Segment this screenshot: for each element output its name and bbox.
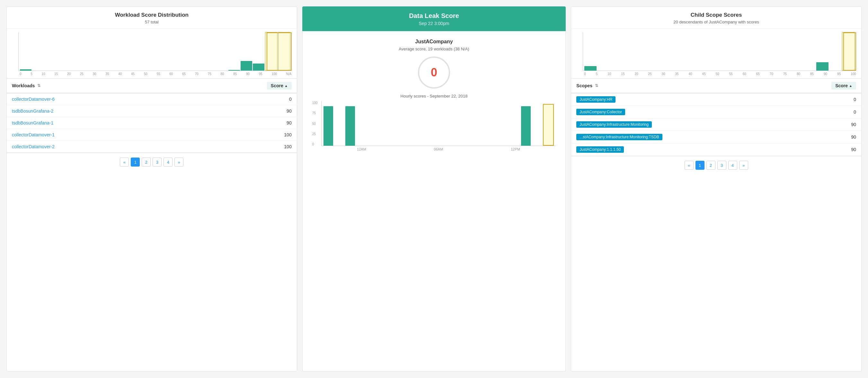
company-name: JustACompany — [415, 39, 453, 45]
scope-pill-wrapper[interactable]: JustACompany:1.1.1.50 — [576, 146, 624, 153]
child-scope-scores-panel: Child Scope Scores 20 descendants of Jus… — [571, 6, 862, 372]
scope-score: 90 — [851, 134, 856, 140]
right-dist-chart[interactable] — [583, 32, 856, 71]
right-page-button-1[interactable]: 1 — [695, 161, 705, 170]
left-dist-chart[interactable] — [18, 32, 292, 71]
dist-bar[interactable] — [20, 69, 31, 71]
next-page-button[interactable]: » — [175, 158, 183, 167]
left-panel-subtitle: 57 total — [13, 20, 290, 24]
score-circle: 0 — [418, 57, 450, 89]
data-leak-title: Data Leak Score — [309, 12, 560, 20]
table-row[interactable]: tsdbBosunGrafana-1 90 — [7, 117, 297, 129]
hourly-chart-wrapper: 100 75 50 25 0 12AM06AM12PM — [309, 101, 559, 151]
workload-score: 90 — [286, 108, 292, 113]
workload-score: 100 — [284, 132, 291, 137]
workloads-table-header: Workloads ⇅ Score ▲ — [7, 78, 297, 93]
score-col-header[interactable]: Score ▲ — [267, 82, 292, 90]
hourly-bar-chart[interactable] — [321, 101, 556, 146]
workload-score: 100 — [284, 144, 291, 149]
scope-score: 0 — [854, 97, 856, 102]
dist-bar[interactable] — [228, 70, 240, 71]
hourly-bar[interactable] — [521, 106, 531, 146]
scope-table-row[interactable]: JustACompany:Collector 0 — [571, 106, 861, 118]
scope-table-row[interactable]: JustACompany:HR 0 — [571, 93, 861, 106]
middle-panel-header: Data Leak Score Sep 22 3:00pm — [302, 6, 566, 31]
right-dist-bar[interactable] — [584, 66, 596, 71]
hourly-bar[interactable] — [323, 106, 333, 146]
workload-name[interactable]: tsdbBosunGrafana-1 — [12, 120, 53, 126]
hourly-bar[interactable] — [345, 106, 355, 146]
dist-bar[interactable] — [278, 32, 290, 71]
table-row[interactable]: tsdbBosunGrafana-2 90 — [7, 105, 297, 117]
table-row[interactable]: collectorDatamover-2 100 — [7, 141, 297, 153]
score-sort-icon: ▲ — [285, 84, 288, 88]
workload-name[interactable]: collectorDatamover-6 — [12, 97, 55, 102]
left-dist-chart-area: 0510152025303540455055606570758085909510… — [7, 29, 297, 76]
right-prev-page-button[interactable]: « — [685, 161, 693, 170]
scopes-sort-icon[interactable]: ⇅ — [595, 83, 598, 88]
right-panel-title: Child Scope Scores — [578, 12, 855, 18]
table-row[interactable]: collectorDatamover-1 100 — [7, 129, 297, 141]
score-value: 0 — [431, 66, 437, 79]
workloads-col-header[interactable]: Workloads ⇅ — [12, 83, 40, 88]
right-next-page-button[interactable]: » — [739, 161, 748, 170]
workload-score: 90 — [286, 120, 292, 126]
table-row[interactable]: collectorDatamover-6 0 — [7, 93, 297, 105]
workload-score: 0 — [289, 97, 292, 102]
scope-pill-wrapper[interactable]: ...stACompany:Infrastructure:Monitoring:… — [576, 134, 662, 140]
left-panel-header: Workload Score Distribution 57 total — [7, 7, 297, 29]
page-button-1[interactable]: 1 — [131, 158, 140, 167]
scope-score: 0 — [854, 109, 856, 114]
right-page-button-2[interactable]: 2 — [706, 161, 715, 170]
scope-pill[interactable]: JustACompany:1.1.1.50 — [576, 146, 624, 153]
left-dist-x-labels: 0510152025303540455055606570758085909510… — [18, 72, 292, 76]
page-button-2[interactable]: 2 — [142, 158, 151, 167]
hourly-y-labels: 100 75 50 25 0 — [312, 101, 318, 146]
hourly-x-labels: 12AM06AM12PM — [321, 147, 556, 151]
scope-pill-wrapper[interactable]: JustACompany:Collector — [576, 109, 625, 115]
scope-table-row[interactable]: JustACompany:1.1.1.50 90 — [571, 143, 861, 156]
hourly-title: Hourly scores - September 22, 2018 — [401, 94, 468, 99]
workload-name[interactable]: collectorDatamover-2 — [12, 144, 55, 149]
dist-bar[interactable] — [241, 61, 252, 71]
scope-pill[interactable]: JustACompany:HR — [576, 96, 616, 103]
right-dist-chart-area: 0510152025303540455055606570758085909510… — [571, 29, 861, 76]
hourly-bar[interactable] — [543, 104, 554, 146]
left-panel-title: Workload Score Distribution — [13, 12, 290, 18]
scope-pill-wrapper[interactable]: JustACompany:HR — [576, 96, 616, 103]
scope-pill-wrapper[interactable]: JustACompany:Infrastructure:Monitoring — [576, 121, 652, 128]
right-score-col-header[interactable]: Score ▲ — [831, 82, 856, 90]
workloads-sort-icon[interactable]: ⇅ — [37, 83, 40, 88]
right-page-button-4[interactable]: 4 — [728, 161, 737, 170]
prev-page-button[interactable]: « — [120, 158, 129, 167]
right-dist-bar[interactable] — [842, 32, 855, 71]
right-dist-x-labels: 0510152025303540455055606570758085909510… — [583, 72, 856, 76]
scope-pill[interactable]: JustACompany:Collector — [576, 109, 625, 115]
right-pagination: «1234» — [571, 156, 861, 174]
left-pagination: «1234» — [7, 153, 297, 171]
scopes-table: Scopes ⇅ Score ▲ JustACompany:HR 0 JustA… — [571, 78, 861, 156]
right-page-button-3[interactable]: 3 — [717, 161, 726, 170]
page-button-4[interactable]: 4 — [163, 158, 173, 167]
workload-name[interactable]: tsdbBosunGrafana-2 — [12, 108, 53, 113]
workload-name[interactable]: collectorDatamover-1 — [12, 132, 55, 137]
scopes-col-header[interactable]: Scopes ⇅ — [576, 83, 598, 88]
scope-table-row[interactable]: ...stACompany:Infrastructure:Monitoring:… — [571, 131, 861, 143]
workload-distribution-panel: Workload Score Distribution 57 total 051… — [6, 6, 297, 372]
data-leak-score-panel: Data Leak Score Sep 22 3:00pm JustACompa… — [302, 6, 566, 372]
scope-pill[interactable]: JustACompany:Infrastructure:Monitoring — [576, 121, 652, 128]
scopes-table-body: JustACompany:HR 0 JustACompany:Collector… — [571, 93, 861, 156]
workloads-table-body: collectorDatamover-6 0 tsdbBosunGrafana-… — [7, 93, 297, 153]
company-desc: Average score, 19 workloads (38 N/A) — [399, 46, 469, 51]
dist-bar[interactable] — [265, 32, 277, 71]
right-score-sort-icon: ▲ — [849, 84, 852, 88]
scope-score: 90 — [851, 147, 856, 152]
scope-pill[interactable]: ...stACompany:Infrastructure:Monitoring:… — [576, 134, 662, 140]
data-leak-subtitle: Sep 22 3:00pm — [309, 21, 560, 26]
page-button-3[interactable]: 3 — [153, 158, 162, 167]
scope-score: 90 — [851, 122, 856, 127]
right-panel-subtitle: 20 descendants of JustACompany with scor… — [578, 20, 855, 24]
scope-table-row[interactable]: JustACompany:Infrastructure:Monitoring 9… — [571, 118, 861, 131]
dist-bar[interactable] — [253, 64, 265, 71]
right-dist-bar[interactable] — [816, 62, 829, 71]
